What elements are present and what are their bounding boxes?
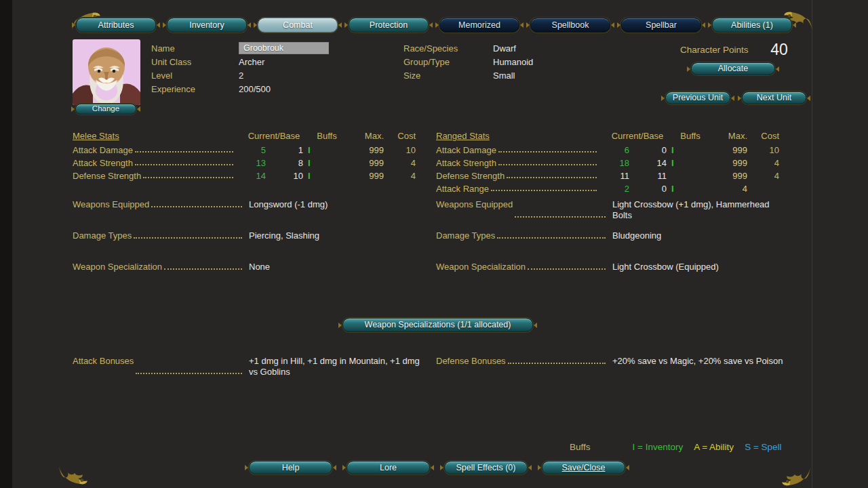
- right-edge-line: [812, 0, 812, 488]
- stat-max: 4: [714, 184, 747, 194]
- level-label: Level: [151, 70, 239, 81]
- stat-base: 8: [266, 158, 303, 168]
- melee-stats-title: Melee Stats: [73, 131, 235, 144]
- stat-base: 10: [266, 171, 303, 181]
- stat-buff-flag: I: [303, 171, 351, 181]
- buffs-legend-title: Buffs: [570, 442, 591, 452]
- dotted-leader: [136, 373, 242, 374]
- tab-spellbar[interactable]: Spellbar: [621, 18, 701, 33]
- detail-label: Weapons Equipped: [436, 199, 513, 220]
- stat-row: Defense Strength 14 10 I 999 4: [73, 169, 416, 182]
- character-fields-left: Name Groobrouk Unit Class Archer Level 2…: [151, 41, 329, 96]
- allocate-button[interactable]: Allocate: [691, 62, 775, 75]
- damage-types-row-ranged: Damage Types Bludgeoning: [436, 230, 782, 241]
- race-label: Race/Species: [403, 43, 493, 54]
- spell-effects-button[interactable]: Spell Effects (0): [444, 461, 528, 474]
- footer-button-bar: Help Lore Spell Effects (0) Save/Close: [249, 461, 625, 474]
- name-input[interactable]: Groobrouk: [239, 42, 329, 54]
- buffs-header: Buffs: [303, 131, 351, 144]
- tab-protection[interactable]: Protection: [349, 18, 429, 33]
- size-label: Size: [403, 70, 493, 81]
- stat-max: 999: [351, 145, 384, 155]
- stat-buff-flag: I: [303, 145, 351, 155]
- dotted-leader: [508, 363, 606, 364]
- dotted-leader: [498, 151, 597, 152]
- dotted-leader: [497, 237, 606, 239]
- detail-label: Defense Bonuses: [436, 356, 506, 367]
- stat-base: 0: [629, 184, 667, 194]
- flourish-ornament-bottom-left: [57, 462, 88, 488]
- tab-attributes[interactable]: Attributes: [76, 18, 156, 33]
- level-value: 2: [239, 70, 243, 81]
- detail-label: Damage Types: [73, 230, 132, 241]
- weapon-specializations-button[interactable]: Weapon Specializations (1/1 allocated): [342, 318, 533, 332]
- previous-unit-button[interactable]: Previous Unit: [665, 92, 730, 104]
- detail-label: Weapon Specialization: [436, 262, 526, 272]
- detail-value: None: [249, 262, 440, 272]
- stat-current: 2: [599, 184, 629, 194]
- stat-current: 5: [235, 145, 266, 155]
- unit-class-value: Archer: [239, 57, 264, 67]
- tab-inventory[interactable]: Inventory: [167, 18, 247, 33]
- max-header: Max.: [351, 131, 384, 144]
- detail-value: Piercing, Slashing: [249, 230, 440, 241]
- stat-label: Defense Strength: [73, 171, 141, 181]
- defense-bonuses-row: Defense Bonuses +20% save vs Magic, +20%…: [436, 356, 804, 367]
- buffs-legend-inventory: I = Inventory: [633, 442, 684, 452]
- stat-cost: 4: [384, 158, 416, 168]
- stat-label: Attack Damage: [73, 145, 133, 155]
- weapons-equipped-row-melee: Weapons Equipped Longsword (-1 dmg): [73, 199, 440, 210]
- stat-cost: 10: [747, 145, 779, 155]
- weapon-specialization-row-ranged: Weapon Specialization Light Crossbow (Eq…: [436, 262, 782, 272]
- stat-label: Defense Strength: [436, 171, 505, 181]
- next-unit-button[interactable]: Next Unit: [742, 92, 806, 104]
- tab-combat[interactable]: Combat: [258, 18, 338, 33]
- tab-spellbook[interactable]: Spellbook: [530, 18, 610, 33]
- detail-value: Light Crossbow (+1 dmg), Hammerhead Bolt…: [612, 199, 782, 220]
- save-close-button[interactable]: Save/Close: [542, 461, 625, 474]
- group-label: Group/Type: [403, 57, 493, 67]
- stat-current: 18: [599, 158, 629, 168]
- tab-memorized[interactable]: Memorized: [439, 18, 519, 33]
- stat-row: Attack Range 2 0 I 4: [436, 182, 779, 195]
- detail-value: +1 dmg in Hill, +1 dmg in Mountain, +1 d…: [249, 356, 431, 377]
- stat-buff-flag: I: [667, 158, 714, 168]
- race-value: Dwarf: [493, 43, 516, 54]
- stat-buff-flag: I: [667, 184, 714, 194]
- stat-max: 999: [351, 171, 384, 181]
- melee-stats-table: Melee Stats Current/Base Buffs Max. Cost…: [73, 131, 416, 182]
- stat-buff-flag: I: [303, 158, 351, 168]
- stat-current: 13: [235, 158, 266, 168]
- ranged-stats-title: Ranged Stats: [436, 131, 599, 144]
- tab-abilities[interactable]: Abilities (1): [712, 18, 792, 33]
- experience-value: 200/500: [239, 84, 271, 94]
- change-portrait-button[interactable]: Change: [75, 104, 136, 115]
- lore-button[interactable]: Lore: [347, 461, 430, 474]
- stat-max: 999: [714, 171, 747, 181]
- dotted-leader: [143, 177, 233, 178]
- detail-value: Longsword (-1 dmg): [249, 199, 440, 210]
- dotted-leader: [151, 206, 242, 207]
- weapons-equipped-row-ranged: Weapons Equipped Light Crossbow (+1 dmg)…: [436, 199, 782, 220]
- stat-label: Attack Strength: [436, 158, 496, 168]
- stat-current: 6: [599, 145, 629, 155]
- stat-base: 0: [629, 145, 667, 155]
- combat-screen: Attributes Inventory Combat Protection M…: [0, 0, 868, 488]
- buffs-header: Buffs: [667, 131, 714, 144]
- stat-row: Attack Strength 18 14 I 999 4: [436, 157, 779, 169]
- stat-cost: 4: [747, 171, 779, 181]
- buffs-legend-spell: S = Spell: [745, 442, 781, 452]
- stat-cost: 4: [747, 158, 779, 168]
- save-close-label: Save/Close: [562, 464, 606, 472]
- detail-value: Light Crossbow (Equipped): [612, 262, 782, 272]
- tab-bar: Attributes Inventory Combat Protection M…: [76, 18, 792, 33]
- detail-value: Bludgeoning: [612, 230, 782, 241]
- stat-buff-flag: I: [667, 145, 714, 155]
- stat-row: Defense Strength 11 11 999 4: [436, 169, 779, 182]
- character-fields-mid: Race/Species Dwarf Group/Type Humanoid S…: [403, 41, 533, 82]
- help-button[interactable]: Help: [249, 461, 332, 474]
- stat-row: Attack Damage 6 0 I 999 10: [436, 144, 779, 157]
- experience-label: Experience: [151, 84, 239, 94]
- stat-row: Attack Strength 13 8 I 999 4: [73, 157, 416, 169]
- dotted-leader: [528, 268, 606, 270]
